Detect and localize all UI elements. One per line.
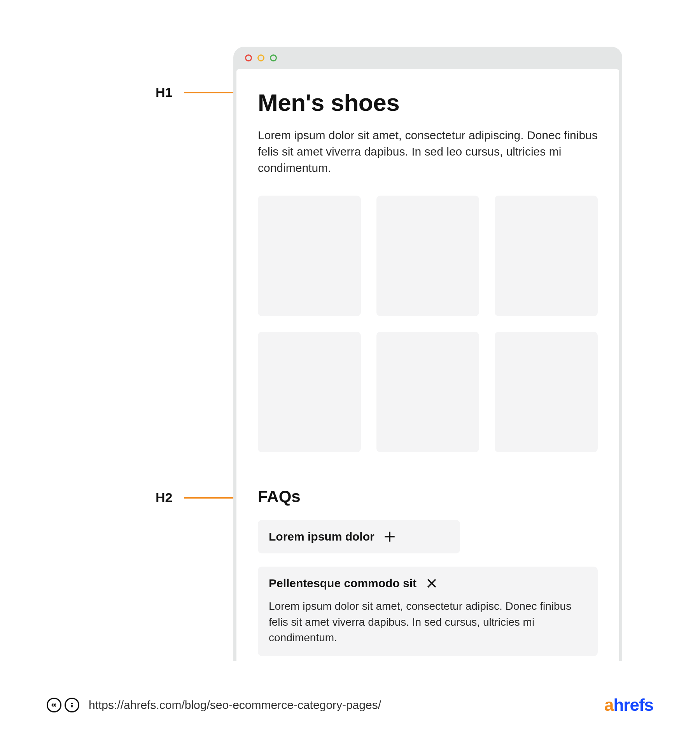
svg-point-4	[71, 703, 73, 704]
logo-rest: hrefs	[613, 695, 653, 714]
faq-answer: Lorem ipsum dolor sit amet, consectetur …	[269, 598, 587, 646]
faq-item[interactable]: Pellentesque commodo sit Lorem ipsum dol…	[258, 567, 598, 656]
faq-heading: FAQs	[258, 487, 598, 506]
product-card[interactable]	[495, 332, 598, 452]
plus-icon	[383, 530, 396, 543]
ahrefs-logo: ahrefs	[604, 695, 653, 715]
annotation-h1-label: H1	[156, 85, 172, 100]
product-card[interactable]	[495, 196, 598, 316]
product-card[interactable]	[376, 332, 480, 452]
cc-icon	[47, 698, 61, 712]
attribution-footer: https://ahrefs.com/blog/seo-ecommerce-ca…	[47, 695, 653, 715]
logo-letter-a: a	[604, 695, 613, 714]
product-card[interactable]	[258, 196, 361, 316]
faq-question: Pellentesque commodo sit	[269, 577, 416, 590]
svg-rect-5	[71, 705, 73, 708]
faq-question: Lorem ipsum dolor	[269, 530, 374, 543]
product-card[interactable]	[376, 196, 480, 316]
cc-license-icon	[47, 698, 79, 712]
page-title: Men's shoes	[258, 89, 598, 116]
product-grid	[258, 196, 598, 452]
browser-mockup: Men's shoes Lorem ipsum dolor sit amet, …	[233, 47, 622, 661]
page-viewport: Men's shoes Lorem ipsum dolor sit amet, …	[236, 69, 619, 661]
window-titlebar	[233, 47, 622, 69]
faq-item[interactable]: Lorem ipsum dolor	[258, 520, 460, 553]
intro-text: Lorem ipsum dolor sit amet, consectetur …	[258, 127, 598, 176]
window-close-icon	[245, 54, 252, 61]
annotation-h2-label: H2	[156, 490, 172, 505]
window-zoom-icon	[270, 54, 277, 61]
attribution-icon	[65, 698, 79, 712]
close-icon	[425, 577, 438, 590]
source-url: https://ahrefs.com/blog/seo-ecommerce-ca…	[89, 698, 381, 712]
product-card[interactable]	[258, 332, 361, 452]
window-minimize-icon	[257, 54, 264, 61]
